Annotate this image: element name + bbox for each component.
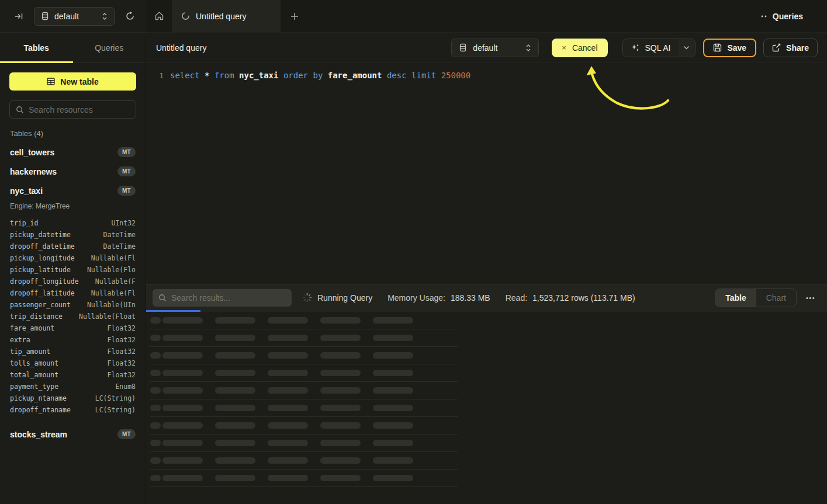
table-column-row: fare_amount Float32: [10, 322, 136, 334]
skeleton-cell: [162, 317, 203, 324]
column-type: LC(String): [95, 406, 136, 414]
skeleton-cell: [215, 457, 255, 464]
skeleton-row: [150, 435, 458, 452]
column-type: UInt32: [111, 219, 136, 227]
sidebar: Tables Queries New table: [0, 33, 146, 504]
x-mark-icon: ×: [562, 43, 566, 52]
column-name: passenger_count: [10, 301, 71, 309]
skeleton-cell: [320, 422, 361, 429]
sql-editor[interactable]: 1 select * from nyc_taxi order by fare_a…: [146, 63, 827, 284]
share-button[interactable]: Share: [763, 39, 818, 57]
skeleton-cell: [162, 457, 203, 464]
save-icon: [713, 43, 722, 52]
memory-usage-value: 188.33 MB: [451, 293, 490, 303]
skeleton-cell: [162, 422, 203, 429]
skeleton-cell: [162, 370, 203, 376]
editor-scrollbar-gutter[interactable]: [808, 64, 808, 283]
engine-badge: MT: [117, 166, 136, 176]
column-type: Nullable(Fl: [91, 254, 136, 262]
sql-ai-button-group: SQL AI: [622, 39, 696, 57]
results-search: [153, 289, 292, 307]
skeleton-cell: [162, 387, 203, 394]
column-type: Float32: [108, 359, 136, 367]
database-icon: [41, 12, 49, 20]
sql-ai-button[interactable]: SQL AI: [623, 39, 679, 57]
column-type: Enum8: [115, 383, 136, 391]
collapse-sidebar-icon: [14, 12, 23, 21]
refresh-button[interactable]: [122, 8, 138, 25]
save-label: Save: [727, 43, 746, 53]
sidebar-table-row[interactable]: cell_towers MT: [10, 142, 136, 162]
search-resources-input[interactable]: [29, 105, 130, 114]
new-tab-button[interactable]: [281, 0, 309, 32]
view-toggle-table[interactable]: Table: [715, 289, 756, 307]
skeleton-cell: [150, 405, 161, 411]
memory-usage-label: Memory Usage:: [387, 293, 445, 303]
table-column-row: pickup_ntaname LC(String): [10, 392, 136, 404]
chevron-up-down-icon: [525, 44, 531, 52]
skeleton-cell: [320, 370, 361, 376]
skeleton-cell: [162, 475, 203, 481]
sidebar-tab-queries[interactable]: Queries: [73, 33, 146, 62]
query-progress-track: [146, 310, 827, 312]
view-toggle-chart[interactable]: Chart: [756, 289, 796, 307]
skeleton-cell: [215, 370, 255, 376]
skeleton-cell: [373, 440, 413, 446]
skeleton-row: [150, 399, 458, 417]
chevron-up-down-icon: [102, 12, 108, 20]
table-columns-list: trip_id UInt32 pickup_datetime DateTime …: [10, 217, 136, 416]
column-name: pickup_datetime: [10, 231, 71, 239]
topbar-spacer: [309, 0, 760, 32]
tab-untitled-query[interactable]: Untitled query: [172, 0, 281, 32]
skeleton-cell: [268, 440, 308, 446]
skeleton-cell: [150, 457, 161, 464]
search-icon: [158, 294, 167, 302]
skeleton-row: [150, 452, 458, 470]
sql-ai-dropdown-button[interactable]: [678, 39, 695, 57]
skeleton-cell: [268, 335, 308, 341]
skeleton-cell: [162, 405, 203, 411]
sidebar-table-row[interactable]: hackernews MT: [10, 162, 136, 181]
column-type: Float32: [108, 324, 136, 332]
save-button[interactable]: Save: [703, 39, 756, 57]
table-column-row: trip_distance Nullable(Float: [10, 311, 136, 322]
skeleton-row: [150, 417, 458, 435]
share-icon: [772, 43, 781, 52]
app-window: default: [0, 0, 827, 504]
column-name: tolls_amount: [10, 359, 58, 367]
table-column-row: dropoff_latitude Nullable(Fl: [10, 287, 136, 299]
column-name: total_amount: [10, 371, 58, 379]
skeleton-cell: [268, 422, 308, 429]
skeleton-cell: [268, 457, 308, 464]
main-panel: Untitled query default: [146, 33, 827, 504]
cancel-button[interactable]: × Cancel: [552, 39, 607, 57]
topbar-database-selector[interactable]: default: [34, 7, 115, 26]
collapse-sidebar-button[interactable]: [11, 8, 27, 25]
sidebar-table-row[interactable]: nyc_taxi MT: [10, 181, 136, 200]
skeleton-cell: [162, 440, 203, 446]
skeleton-cell: [320, 405, 361, 411]
skeleton-cell: [373, 352, 413, 359]
results-menu-button[interactable]: •••: [805, 292, 816, 304]
table-column-row: tip_amount Float32: [10, 346, 136, 357]
new-table-button[interactable]: New table: [9, 72, 136, 91]
search-results-input[interactable]: [171, 293, 286, 303]
sidebar-tab-tables[interactable]: Tables: [0, 33, 73, 62]
read-metric: Read: 1,523,712 rows (113.71 MB): [506, 293, 635, 303]
home-button[interactable]: [146, 0, 172, 32]
sql-token-id: fare_amount: [328, 71, 387, 80]
query-database-selector[interactable]: default: [451, 39, 539, 57]
skeleton-cell: [320, 335, 361, 341]
tab-strip: Untitled query Queries: [146, 0, 827, 33]
table-column-row: payment_type Enum8: [10, 381, 136, 392]
query-status: Running Query: [302, 293, 372, 303]
skeleton-cell: [320, 352, 361, 359]
skeleton-cell: [320, 475, 361, 481]
skeleton-cell: [268, 405, 308, 411]
table-column-row: pickup_latitude Nullable(Flo: [10, 264, 136, 276]
sql-token-kw: order by: [283, 71, 328, 80]
queries-link[interactable]: Queries: [760, 0, 827, 32]
sidebar-table-row[interactable]: stocks_stream MT: [10, 425, 136, 444]
skeleton-cell: [215, 335, 255, 341]
sql-token-id: nyc_taxi: [239, 71, 283, 80]
